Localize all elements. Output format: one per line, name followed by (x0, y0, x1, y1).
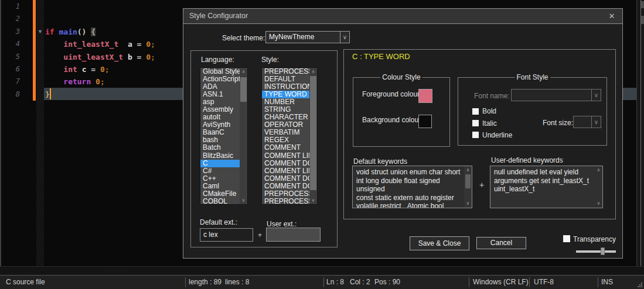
code-line[interactable]: int_leastX_t a = 0; (45, 38, 155, 50)
status-ins-mode[interactable]: INS (601, 276, 613, 288)
horizontal-scrollbar[interactable] (0, 266, 644, 275)
list-item[interactable]: TYPE WORD (262, 91, 309, 98)
list-item[interactable]: Assembly (200, 106, 240, 113)
list-item[interactable]: CHARACTER (262, 113, 309, 121)
scrollbar-thumb[interactable] (641, 16, 644, 24)
scroll-up-icon[interactable]: ∧ (309, 68, 317, 75)
list-item[interactable]: BaanC (200, 129, 240, 136)
line-number[interactable]: 6 (0, 63, 20, 75)
list-item[interactable]: COMMENT DOC KEYWORD (262, 175, 309, 183)
code-line[interactable]: uint_leastX_t b = 0; (45, 51, 155, 63)
line-number-gutter[interactable]: 12345678 (0, 1, 20, 101)
language-listbox[interactable]: ∧ ∨ Global StylesActionScriptADAASN.1asp… (200, 67, 248, 205)
list-item[interactable]: DEFAULT (262, 75, 309, 83)
transparency-checkbox[interactable] (563, 235, 570, 242)
scroll-up-icon[interactable]: ∧ (240, 68, 247, 75)
status-encoding[interactable]: UTF-8 (534, 276, 554, 288)
code-line[interactable]: if main() { (45, 26, 155, 38)
foreground-colour-swatch[interactable] (418, 89, 432, 103)
fold-margin[interactable]: ▼ (36, 0, 44, 266)
list-item[interactable]: BlitzBasic (200, 152, 240, 160)
list-item[interactable]: PREPROCESSOR COMMENT DOC (262, 198, 309, 205)
italic-checkbox[interactable] (472, 120, 479, 126)
keywords-scrollbar[interactable]: ∧ ∨ (595, 166, 602, 208)
line-number[interactable]: 5 (0, 51, 20, 63)
list-item[interactable]: COMMENT (262, 144, 309, 152)
list-item[interactable]: Caml (200, 183, 240, 190)
list-item[interactable]: C (200, 160, 240, 167)
cancel-button[interactable]: Cancel (476, 237, 526, 249)
theme-combobox[interactable]: MyNewTheme ∨ (265, 31, 350, 43)
scroll-up-icon[interactable]: ∧ (464, 167, 472, 174)
fold-collapse-icon[interactable]: ▼ (36, 29, 44, 35)
scrollbar-button[interactable] (641, 1, 644, 8)
default-keywords-box[interactable]: void struct union enum char short int lo… (352, 166, 472, 208)
list-item[interactable]: CMakeFile (200, 190, 240, 198)
scrollbar-thumb[interactable] (310, 76, 316, 190)
scroll-up-icon[interactable]: ∧ (595, 167, 602, 174)
list-item[interactable]: C++ (200, 175, 240, 183)
font-size-combobox[interactable]: ∨ (573, 116, 601, 128)
line-number[interactable]: 2 (0, 13, 20, 25)
code-line[interactable] (45, 1, 155, 13)
list-item[interactable]: STRING (262, 106, 309, 113)
list-item[interactable]: autoIt (200, 113, 240, 121)
user-ext-field[interactable] (266, 228, 321, 242)
code-line[interactable] (45, 13, 155, 25)
list-item[interactable]: ASN.1 (200, 91, 240, 98)
chevron-down-icon[interactable]: ∨ (591, 90, 601, 101)
scrollbar-thumb[interactable] (104, 268, 124, 274)
list-item[interactable]: COBOL (200, 198, 240, 205)
list-item[interactable]: PREPROCESSOR (262, 68, 309, 75)
list-item[interactable]: NUMBER (262, 98, 309, 106)
scrollbar-thumb[interactable] (240, 77, 247, 102)
save-and-close-button[interactable]: Save & Close (410, 236, 469, 250)
list-item[interactable]: COMMENT LINE (262, 152, 309, 160)
status-eol[interactable]: Windows (CR LF) (473, 276, 529, 288)
code-line[interactable]: int c = 0; (45, 63, 155, 75)
underline-checkbox[interactable] (472, 132, 479, 138)
resize-grip[interactable] (638, 283, 642, 287)
scroll-down-icon[interactable]: ∨ (595, 200, 602, 207)
scrollbar-thumb[interactable] (465, 174, 471, 188)
list-item[interactable]: ActionScript (200, 75, 240, 83)
line-number[interactable]: 8 (0, 88, 20, 101)
list-item[interactable]: Batch (200, 144, 240, 152)
list-item[interactable]: Global Styles (200, 68, 240, 75)
list-item[interactable]: PREPROCESSOR COMMENT (262, 190, 309, 198)
default-ext-field[interactable]: c lex (200, 228, 253, 242)
line-number[interactable]: 1 (0, 1, 20, 13)
transparency-slider-thumb[interactable] (601, 247, 605, 255)
list-item[interactable]: asp (200, 98, 240, 106)
close-icon[interactable]: ✕ (606, 11, 618, 22)
list-item[interactable]: COMMENT DOC KEYWORD ERROR (262, 183, 309, 190)
scroll-down-icon[interactable]: ∨ (240, 197, 247, 204)
scroll-down-icon[interactable]: ∨ (309, 197, 317, 204)
list-item[interactable]: VERBATIM (262, 129, 309, 136)
dialog-title-bar[interactable]: Style Configurator ✕ (183, 9, 622, 24)
code-line[interactable]: return 0; (45, 75, 155, 88)
line-number[interactable]: 7 (0, 75, 20, 88)
list-item[interactable]: REGEX (262, 136, 309, 144)
background-colour-swatch[interactable] (418, 115, 432, 128)
bold-checkbox[interactable] (472, 108, 479, 115)
list-item[interactable]: AviSynth (200, 121, 240, 129)
user-keywords-box[interactable]: null undefined let eval yield arguments … (490, 166, 603, 208)
list-item[interactable]: INSTRUCTION WORD (262, 83, 309, 91)
listbox-scrollbar[interactable]: ∧ ∨ (309, 68, 317, 204)
style-listbox[interactable]: ∧ ∨ PREPROCESSORDEFAULTINSTRUCTION WORDT… (261, 67, 318, 205)
scroll-down-icon[interactable]: ∨ (464, 200, 472, 207)
code-text[interactable]: if main() { int_leastX_t a = 0; uint_lea… (45, 1, 155, 101)
line-number[interactable]: 4 (0, 38, 20, 50)
chevron-down-icon[interactable]: ∨ (340, 32, 349, 43)
list-item[interactable]: ADA (200, 83, 240, 91)
vertical-scrollbar[interactable] (636, 0, 644, 266)
list-item[interactable]: COMMENT DOC (262, 160, 309, 167)
list-item[interactable]: OPERATOR (262, 121, 309, 129)
chevron-down-icon[interactable]: ∨ (591, 116, 601, 128)
list-item[interactable]: C# (200, 167, 240, 175)
font-name-combobox[interactable]: ∨ (511, 89, 601, 101)
keywords-scrollbar[interactable]: ∧ ∨ (464, 166, 472, 208)
transparency-slider[interactable] (576, 250, 616, 253)
listbox-scrollbar[interactable]: ∧ ∨ (240, 68, 247, 204)
